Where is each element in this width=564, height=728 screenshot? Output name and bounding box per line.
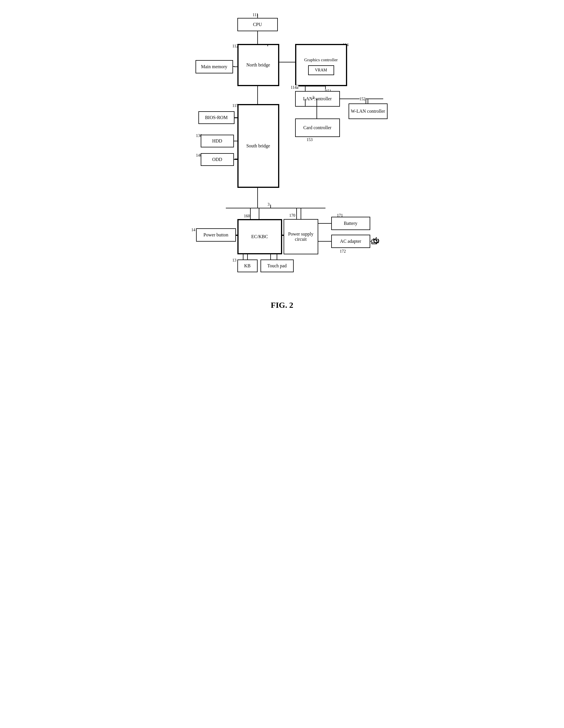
ref-114a: 114a bbox=[291, 85, 298, 90]
power-button-box: Power button bbox=[196, 228, 236, 242]
ac-adapter-box: AC adapter bbox=[331, 235, 370, 248]
card-controller-box: Card controller bbox=[295, 118, 340, 137]
power-button-label: Power button bbox=[204, 232, 229, 238]
main-memory-label: Main memory bbox=[201, 64, 227, 69]
odd-box: ODD bbox=[201, 153, 234, 166]
touch-pad-box: Touch pad bbox=[261, 260, 294, 272]
ref-172: 172 bbox=[340, 249, 346, 254]
touch-pad-label: Touch pad bbox=[268, 263, 287, 268]
battery-box: Battery bbox=[331, 217, 370, 230]
bus3-label: 3 bbox=[268, 202, 270, 207]
ref-13: 13 bbox=[233, 258, 237, 263]
odd-label: ODD bbox=[212, 157, 222, 162]
kb-label: KB bbox=[244, 263, 251, 268]
card-controller-label: Card controller bbox=[303, 125, 331, 130]
vram-label: VRAM bbox=[315, 68, 327, 73]
power-supply-label: Power supply circuit bbox=[284, 231, 318, 242]
south-bridge-label: South bridge bbox=[246, 143, 270, 149]
main-memory-box: Main memory bbox=[196, 60, 233, 73]
bus2-label: 2 bbox=[312, 95, 314, 100]
page: 111 CPU 112 113 Main memory North bridge… bbox=[170, 6, 395, 327]
plug-symbol bbox=[371, 238, 381, 247]
figure-label: FIG. 2 bbox=[181, 301, 383, 310]
lan-controller-label: LAN controller bbox=[303, 96, 331, 101]
bios-rom-label: BIOS-ROM bbox=[205, 115, 228, 120]
ref-170: 170 bbox=[289, 213, 295, 218]
ref-152: 152 bbox=[359, 97, 365, 101]
ref-153: 153 bbox=[307, 138, 313, 142]
kb-box: KB bbox=[238, 260, 258, 272]
north-bridge-box: North bridge bbox=[238, 44, 279, 86]
graphics-controller-label: Graphics controller bbox=[296, 58, 346, 62]
vram-box: VRAM bbox=[308, 65, 334, 75]
ref-14: 14 bbox=[192, 228, 196, 232]
ac-adapter-label: AC adapter bbox=[340, 239, 361, 244]
south-bridge-box: South bridge bbox=[238, 104, 279, 188]
graphics-controller-box: Graphics controller VRAM bbox=[295, 44, 347, 86]
battery-label: Battery bbox=[344, 221, 357, 226]
svg-rect-27 bbox=[372, 240, 377, 244]
ec-kbc-label: EC/KBC bbox=[251, 234, 268, 239]
wlan-controller-label: W-LAN controller bbox=[351, 109, 385, 114]
bios-rom-box: BIOS-ROM bbox=[199, 111, 235, 124]
north-bridge-label: North bridge bbox=[246, 62, 270, 68]
cpu-box: CPU bbox=[238, 18, 278, 31]
ref-160: 160 bbox=[244, 214, 250, 218]
hdd-label: HDD bbox=[212, 138, 222, 144]
wlan-controller-box: W-LAN controller bbox=[348, 103, 387, 119]
cpu-label: CPU bbox=[253, 22, 262, 27]
lan-controller-box: LAN controller bbox=[295, 91, 340, 107]
power-supply-box: Power supply circuit bbox=[283, 219, 318, 254]
diagram: 111 CPU 112 113 Main memory North bridge… bbox=[181, 12, 389, 295]
hdd-box: HDD bbox=[201, 135, 234, 147]
ec-kbc-box: EC/KBC bbox=[238, 219, 282, 254]
ref-111: 111 bbox=[253, 13, 259, 17]
